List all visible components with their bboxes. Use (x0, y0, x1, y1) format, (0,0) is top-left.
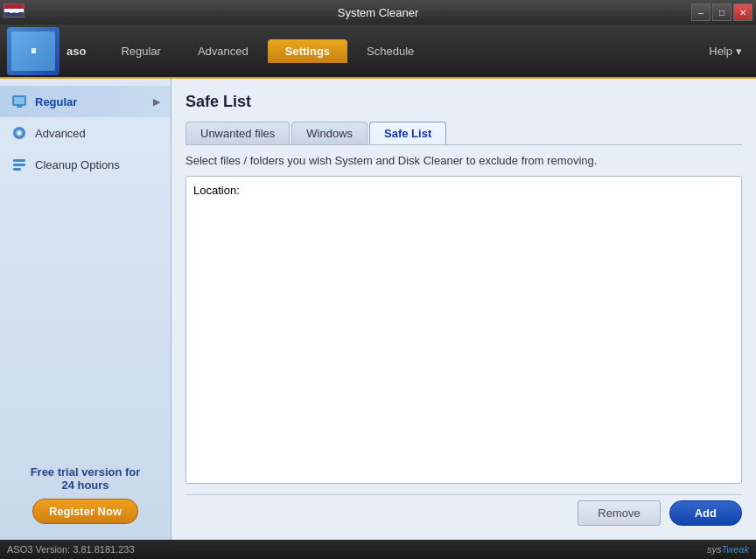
sidebar-advanced-label: Advanced (35, 127, 86, 140)
version-text: ASO3 Version: 3.81.8181.233 (7, 544, 135, 555)
tab-settings[interactable]: Settings (268, 39, 347, 63)
chevron-down-icon: ▾ (736, 45, 742, 58)
section-title: Safe List (186, 93, 742, 111)
title-bar: US System Cleaner – □ ✕ (0, 0, 756, 24)
location-label: Location: (193, 184, 734, 197)
sidebar-item-advanced[interactable]: Advanced (0, 117, 171, 149)
sidebar-cleanup-label: Cleanup Options (35, 158, 120, 171)
svg-rect-1 (14, 97, 24, 104)
nav-tabs: Regular Advanced Settings Schedule (103, 39, 702, 63)
remove-button[interactable]: Remove (578, 500, 660, 526)
tab-regular[interactable]: Regular (103, 39, 178, 63)
tab-schedule[interactable]: Schedule (349, 39, 431, 63)
brand-text: sysTweak (707, 544, 749, 555)
add-button[interactable]: Add (669, 500, 742, 526)
advanced-icon (10, 124, 28, 142)
cleanup-icon (10, 156, 28, 173)
svg-rect-8 (13, 168, 21, 171)
app-header: 🖥 aso Regular Advanced Settings Schedule… (0, 24, 756, 79)
svg-point-5 (18, 131, 21, 135)
brand-sys: sys (707, 544, 722, 555)
svg-rect-6 (13, 159, 25, 162)
sidebar-arrow-icon: ▶ (153, 97, 160, 107)
description-text: Select files / folders you wish System a… (186, 154, 742, 167)
status-bar: ASO3 Version: 3.81.8181.233 sysTweak (0, 540, 756, 559)
svg-rect-2 (17, 106, 22, 108)
app-logo: 🖥 (7, 27, 60, 75)
tab-advanced[interactable]: Advanced (180, 39, 266, 63)
tab-unwanted-files[interactable]: Unwanted files (186, 122, 290, 144)
action-row: Remove Add (186, 494, 742, 526)
content-tabs: Unwanted files Windows Safe List (186, 122, 742, 145)
sidebar-promo: Free trial version for24 hours Register … (0, 457, 171, 533)
close-button[interactable]: ✕ (733, 3, 752, 21)
register-button[interactable]: Register Now (32, 499, 138, 524)
content-area: Safe List Unwanted files Windows Safe Li… (172, 79, 756, 540)
location-box: Location: (186, 176, 742, 484)
maximize-button[interactable]: □ (712, 3, 732, 21)
app-name: aso (66, 45, 86, 58)
window-controls: – □ ✕ (691, 3, 752, 21)
svg-rect-7 (13, 164, 25, 166)
sidebar-item-regular[interactable]: Regular ▶ (0, 86, 171, 117)
window-title: System Cleaner (338, 6, 418, 19)
regular-icon (10, 93, 28, 110)
sidebar-regular-label: Regular (35, 95, 77, 108)
brand-tweak: Tweak (721, 544, 749, 555)
promo-text: Free trial version for24 hours (9, 465, 162, 492)
tab-safe-list[interactable]: Safe List (369, 122, 446, 144)
sidebar-item-cleanup-options[interactable]: Cleanup Options (0, 149, 171, 180)
sidebar: Regular ▶ Advanced Cleanup Options Free … (0, 79, 172, 540)
language-flag[interactable]: US (4, 3, 24, 17)
tab-windows[interactable]: Windows (291, 122, 368, 144)
help-button[interactable]: Help ▾ (702, 41, 749, 61)
minimize-button[interactable]: – (691, 3, 710, 21)
main-content: Regular ▶ Advanced Cleanup Options Free … (0, 79, 756, 540)
